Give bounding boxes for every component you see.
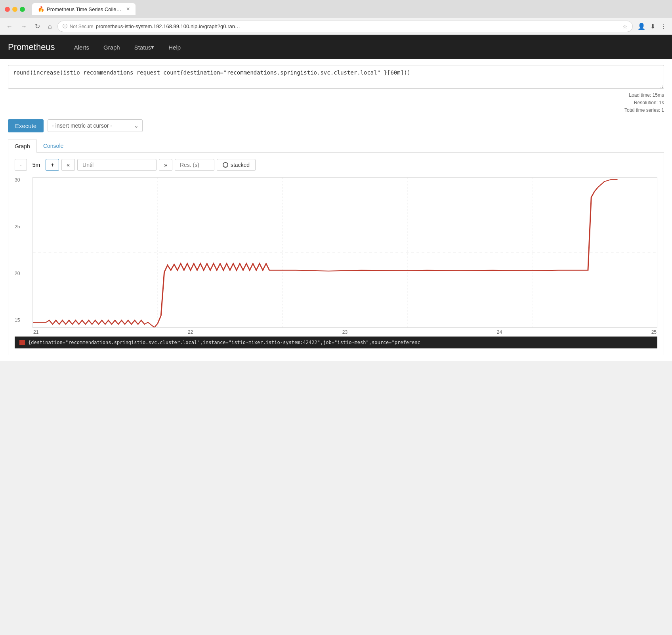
stacked-label: stacked [231,162,250,168]
tabs-container: Graph Console [8,140,664,153]
browser-titlebar: 🔥 Prometheus Time Series Colle… × [0,0,672,18]
chart-svg [32,177,657,328]
main-content: // Set textarea value with special forma… [0,59,672,361]
y-label-25: 25 [15,224,20,230]
address-bar[interactable]: ⓘ Not Secure ☆ [57,21,633,32]
y-label-15: 15 [15,318,20,323]
not-secure-label: Not Secure [70,24,94,29]
duration-label: 5m [29,159,43,170]
controls-row: Execute - insert metric at cursor - [8,119,664,132]
download-icon[interactable]: ⬇ [649,21,657,32]
x-label-21: 21 [33,329,38,335]
browser-chrome: 🔥 Prometheus Time Series Colle… × ← → ↻ … [0,0,672,35]
y-label-20: 20 [15,271,20,276]
close-dot[interactable] [5,7,10,12]
zoom-out-button[interactable]: - [15,159,27,171]
browser-tab[interactable]: 🔥 Prometheus Time Series Colle… × [32,3,136,15]
load-time: Load time: 15ms [8,92,664,99]
metric-select-wrapper: - insert metric at cursor - [48,119,143,132]
browser-toolbar: ← → ↻ ⌂ ⓘ Not Secure ☆ 👤 ⬇ ⋮ [0,18,672,35]
query-meta: Load time: 15ms Resolution: 1s Total tim… [8,92,664,115]
chart-x-axis: 21 22 23 24 25 [32,329,657,335]
user-icon[interactable]: 👤 [636,21,647,32]
tab-title: Prometheus Time Series Colle… [47,6,122,12]
url-input[interactable] [96,23,620,29]
tab-graph[interactable]: Graph [8,140,37,153]
y-label-30: 30 [15,177,20,183]
legend: {destination="recommendations.springisti… [15,337,657,348]
app-navbar: Prometheus Alerts Graph Status ▾ Help [0,35,672,59]
rewind-button[interactable]: « [61,159,75,171]
legend-color [19,340,25,345]
query-container: // Set textarea value with special forma… [8,65,664,115]
tab-console[interactable]: Console [37,140,70,153]
zoom-in-button[interactable]: + [46,159,59,171]
x-label-22: 22 [188,329,193,335]
stacked-button[interactable]: stacked [217,159,256,171]
legend-text: {destination="recommendations.springisti… [28,340,420,345]
graph-panel: - 5m + « » stacked 30 25 20 15 [8,153,664,355]
tab-close-button[interactable]: × [126,6,130,13]
nav-links: Alerts Graph Status ▾ Help [67,35,188,59]
more-menu-button[interactable]: ⋮ [659,21,668,32]
execute-button[interactable]: Execute [8,119,44,132]
bookmark-icon[interactable]: ☆ [622,23,628,30]
tab-favicon: 🔥 [38,6,44,12]
browser-dots [5,7,25,12]
minimize-dot[interactable] [12,7,17,12]
resolution-input[interactable] [175,159,214,171]
forward-button[interactable]: » [159,159,172,171]
maximize-dot[interactable] [20,7,25,12]
resolution: Resolution: 1s [8,99,664,107]
forward-button[interactable]: → [18,21,29,32]
nav-link-graph[interactable]: Graph [96,35,127,59]
query-input[interactable] [8,65,664,89]
status-caret-icon: ▾ [151,44,154,51]
browser-actions: 👤 ⬇ ⋮ [636,21,668,32]
back-button[interactable]: ← [4,21,15,32]
x-label-23: 23 [342,329,347,335]
graph-controls: - 5m + « » stacked [15,159,657,171]
nav-link-help[interactable]: Help [161,35,188,59]
home-button[interactable]: ⌂ [46,21,54,32]
status-label: Status [134,44,151,51]
x-label-24: 24 [497,329,502,335]
chart-y-axis: 30 25 20 15 [15,177,22,323]
security-icon: ⓘ [63,23,67,30]
total-time-series: Total time series: 1 [8,107,664,114]
app-brand: Prometheus [8,42,55,52]
nav-link-status[interactable]: Status ▾ [127,35,162,59]
nav-link-alerts[interactable]: Alerts [67,35,96,59]
refresh-button[interactable]: ↻ [32,21,42,32]
metric-select[interactable]: - insert metric at cursor - [48,119,143,132]
stacked-circle-icon [223,162,228,168]
x-label-25: 25 [651,329,657,335]
chart-wrapper: 30 25 20 15 [15,177,657,335]
until-input[interactable] [77,159,157,171]
